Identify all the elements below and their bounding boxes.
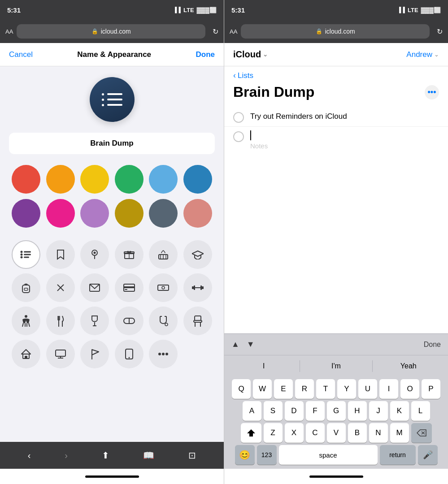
color-slate[interactable] [149,199,178,228]
key-h[interactable]: H [348,401,367,421]
key-g[interactable]: G [327,401,346,421]
reminder-item[interactable]: Try out Reminders on iCloud [224,108,448,127]
icon-gift[interactable] [115,240,144,269]
reminder-circle[interactable] [233,112,244,123]
right-url-bar[interactable]: 🔒 icloud.com [241,24,430,39]
key-p[interactable]: P [422,379,440,399]
icon-more[interactable] [149,340,178,368]
mic-button[interactable]: 🎤 [418,445,438,465]
cancel-button[interactable]: Cancel [9,50,33,59]
share-button[interactable]: ⬆ [102,450,109,461]
andrew-button[interactable]: Andrew ⌄ [406,50,439,59]
right-panel: 5:31 ▐▐ LTE ▓▓▓⬜ AA 🔒 icloud.com ↻ iClou… [224,0,448,484]
lists-back-button[interactable]: ‹ Lists [224,66,448,82]
return-button[interactable]: return [380,445,416,465]
color-orange[interactable] [46,165,75,194]
key-o[interactable]: O [400,379,419,399]
emoji-button[interactable]: 😊 [235,445,255,465]
left-nav-bar: Cancel Name & Appearance Done [0,43,224,66]
icon-pin[interactable] [80,240,109,269]
bookmarks-button[interactable]: 📖 [143,450,154,461]
left-reload-icon[interactable]: ↻ [213,27,218,36]
key-s[interactable]: S [264,401,283,421]
icon-money[interactable] [149,273,178,302]
key-f[interactable]: F [306,401,325,421]
key-w[interactable]: W [253,379,272,399]
icon-cake[interactable] [149,240,178,269]
left-url-bar[interactable]: 🔒 icloud.com [17,24,205,39]
key-c[interactable]: C [306,423,325,443]
key-a[interactable]: A [243,401,261,421]
tabs-button[interactable]: ⊡ [188,450,196,461]
key-n[interactable]: N [369,423,388,443]
right-reload-icon[interactable]: ↻ [437,27,443,36]
space-button[interactable]: space [279,445,378,465]
predictive-word-1[interactable]: I [228,360,300,372]
number-button[interactable]: 123 [257,445,277,465]
done-button[interactable]: Done [196,50,215,59]
shift-button[interactable] [241,423,261,443]
color-red[interactable] [12,165,40,194]
key-l[interactable]: L [411,401,430,421]
color-purple[interactable] [12,199,40,228]
predictive-word-3[interactable]: Yeah [373,360,444,372]
key-r[interactable]: R [295,379,314,399]
icon-envelope[interactable] [80,273,109,302]
key-q[interactable]: Q [232,379,251,399]
key-e[interactable]: E [274,379,293,399]
new-reminder-item[interactable]: Notes [224,127,448,153]
icon-credit-card[interactable] [115,273,144,302]
keyboard-done-button[interactable]: Done [424,341,441,349]
icon-stethoscope[interactable] [149,307,178,335]
arrow-down-button[interactable]: ▼ [247,340,255,349]
more-button[interactable]: ••• [425,85,439,99]
key-d[interactable]: D [285,401,304,421]
left-lock-icon: 🔒 [91,28,98,35]
key-u[interactable]: U [358,379,377,399]
icon-house[interactable] [12,340,40,368]
color-pink[interactable] [46,199,75,228]
svg-point-57 [165,353,168,355]
delete-button[interactable] [411,423,432,443]
icon-dumbbell[interactable] [183,273,212,302]
icon-wine[interactable] [80,307,109,335]
list-name-input[interactable] [16,139,208,148]
back-button[interactable]: ‹ [28,450,31,461]
icon-graduation[interactable] [183,240,212,269]
icon-figure[interactable] [12,307,40,335]
icon-pencil-ruler[interactable] [46,273,75,302]
key-y[interactable]: Y [337,379,356,399]
icon-flag[interactable] [80,340,109,368]
color-lavender[interactable] [80,199,109,228]
key-j[interactable]: J [369,401,388,421]
key-m[interactable]: M [390,423,409,443]
icon-fork-knife[interactable] [46,307,75,335]
key-t[interactable]: T [316,379,335,399]
icon-pills[interactable] [115,307,144,335]
color-yellow[interactable] [80,165,109,194]
key-z[interactable]: Z [264,423,283,443]
left-signal-icon: ▐▐ [173,7,181,13]
arrow-up-button[interactable]: ▲ [231,340,239,349]
key-i[interactable]: I [379,379,398,399]
predictive-word-2[interactable]: I'm [300,360,372,372]
color-green[interactable] [115,165,144,194]
key-k[interactable]: K [390,401,409,421]
key-x[interactable]: X [285,423,304,443]
color-brown[interactable] [115,199,144,228]
icon-bookmark[interactable] [46,240,75,269]
icon-list[interactable] [12,240,40,269]
icloud-title[interactable]: iCloud ⌄ [233,49,268,60]
color-lightblue[interactable] [149,165,178,194]
color-blue[interactable] [183,165,212,194]
list-icon-circle[interactable] [90,77,135,122]
key-v[interactable]: V [327,423,346,443]
icon-chair[interactable] [183,307,212,335]
forward-button[interactable]: › [65,450,68,461]
list-icon-lines [102,93,122,106]
key-b[interactable]: B [348,423,367,443]
color-rose[interactable] [183,199,212,228]
icon-tablet[interactable] [115,340,144,368]
icon-backpack[interactable] [12,273,40,302]
icon-computer[interactable] [46,340,75,368]
